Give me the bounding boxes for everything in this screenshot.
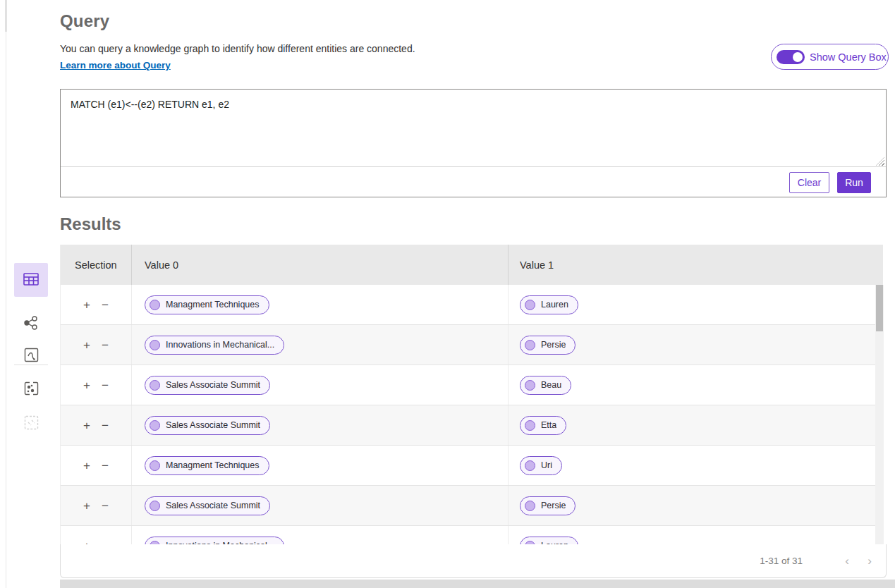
- entity-chip-label: Managment Techniques: [166, 460, 260, 470]
- show-query-box-toggle[interactable]: Show Query Box: [771, 44, 889, 70]
- results-title: Results: [60, 214, 121, 234]
- column-header-value1: Value 1: [508, 245, 883, 285]
- table-view-icon: [23, 272, 39, 288]
- entity-chip[interactable]: Persie: [520, 336, 576, 355]
- entity-node-icon: [150, 380, 160, 391]
- entity-node-icon: [525, 501, 535, 511]
- value1-cell: Lauren: [508, 526, 883, 544]
- page-background-strip: [60, 580, 895, 588]
- remove-selection-button[interactable]: −: [102, 419, 109, 431]
- table-row: + − Sales Associate Summit Etta: [61, 405, 883, 446]
- map-view-icon: [24, 381, 39, 398]
- add-selection-button[interactable]: +: [83, 379, 90, 391]
- value1-cell: Etta: [508, 405, 883, 445]
- add-selection-button[interactable]: +: [83, 419, 90, 431]
- pagination-bar: 1-31 of 31 ‹ ›: [60, 544, 887, 578]
- value1-cell: Lauren: [508, 285, 883, 324]
- sidebar-item-table-view[interactable]: [14, 263, 48, 297]
- entity-chip[interactable]: Managment Techniques: [145, 295, 269, 314]
- clear-button[interactable]: Clear: [789, 172, 829, 193]
- remove-selection-button[interactable]: −: [102, 379, 109, 391]
- selection-cell: + −: [61, 325, 131, 365]
- run-button[interactable]: Run: [837, 172, 871, 193]
- entity-chip[interactable]: Uri: [520, 456, 562, 475]
- query-input[interactable]: MATCH (e1)<--(e2) RETURN e1, e2: [61, 90, 886, 159]
- sidebar-item-grid-view-disabled[interactable]: [14, 407, 48, 441]
- entity-chip[interactable]: Lauren: [520, 537, 578, 545]
- add-selection-button[interactable]: +: [83, 500, 90, 512]
- value0-cell: Managment Techniques: [131, 285, 508, 324]
- value0-cell: Innovations in Mechanical...: [131, 325, 508, 365]
- entity-node-icon: [150, 501, 160, 511]
- entity-node-icon: [150, 460, 160, 471]
- toggle-label: Show Query Box: [810, 51, 887, 63]
- entity-chip[interactable]: Sales Associate Summit: [145, 496, 270, 515]
- sidebar-divider: [14, 365, 48, 365]
- value0-cell: Sales Associate Summit: [131, 365, 508, 405]
- table-header: Selection Value 0 Value 1: [61, 245, 883, 285]
- value0-cell: Sales Associate Summit: [131, 486, 508, 525]
- entity-chip[interactable]: Innovations in Mechanical...: [145, 537, 284, 545]
- entity-chip-label: Uri: [541, 460, 552, 470]
- left-panel-divider: [6, 0, 6, 588]
- selection-cell: + −: [61, 486, 131, 525]
- value1-cell: Beau: [508, 365, 883, 405]
- add-selection-button[interactable]: +: [83, 339, 90, 351]
- entity-chip[interactable]: Etta: [520, 416, 566, 435]
- selection-cell: + −: [61, 285, 131, 324]
- entity-chip[interactable]: Sales Associate Summit: [145, 416, 270, 435]
- table-scrollbar-thumb[interactable]: [876, 285, 883, 331]
- add-selection-button[interactable]: +: [83, 299, 90, 311]
- selection-cell: + −: [61, 405, 131, 445]
- sidebar-item-graph-view[interactable]: [14, 307, 48, 341]
- table-row: + − Innovations in Mechanical... Lauren: [61, 526, 883, 544]
- value1-cell: Uri: [508, 446, 883, 485]
- column-header-value0: Value 0: [131, 245, 508, 285]
- pagination-range-label: 1-31 of 31: [760, 556, 803, 566]
- entity-node-icon: [150, 300, 160, 310]
- table-row: + − Innovations in Mechanical... Persie: [61, 325, 883, 365]
- entity-chip-label: Innovations in Mechanical...: [166, 340, 274, 350]
- entity-node-icon: [525, 300, 535, 310]
- next-page-icon[interactable]: ›: [862, 554, 877, 568]
- entity-chip[interactable]: Persie: [520, 496, 576, 515]
- entity-node-icon: [525, 460, 535, 471]
- table-row: + − Sales Associate Summit Persie: [61, 486, 883, 526]
- entity-chip-label: Beau: [541, 380, 561, 390]
- learn-more-link[interactable]: Learn more about Query: [60, 60, 171, 71]
- entity-node-icon: [525, 380, 535, 391]
- table-row: + − Managment Techniques Lauren: [61, 285, 883, 325]
- results-table: Selection Value 0 Value 1 + − Managment …: [60, 245, 883, 544]
- query-actions: Clear Run: [61, 167, 886, 197]
- add-selection-button[interactable]: +: [83, 460, 90, 472]
- entity-node-icon: [525, 420, 535, 431]
- value0-cell: Sales Associate Summit: [131, 405, 508, 445]
- selection-cell: + −: [61, 446, 131, 485]
- page-title: Query: [60, 11, 109, 31]
- selection-cell: + −: [61, 526, 131, 544]
- sidebar-item-chart-view[interactable]: [14, 339, 48, 373]
- sidebar-item-map-view[interactable]: [14, 373, 48, 407]
- grid-view-icon: [24, 415, 39, 432]
- remove-selection-button[interactable]: −: [102, 299, 109, 311]
- entity-chip-label: Persie: [541, 340, 566, 350]
- remove-selection-button[interactable]: −: [102, 460, 109, 472]
- selection-cell: + −: [61, 365, 131, 405]
- entity-chip[interactable]: Beau: [520, 376, 571, 395]
- value1-cell: Persie: [508, 486, 883, 525]
- toggle-switch-icon[interactable]: [777, 50, 805, 64]
- entity-chip-label: Sales Associate Summit: [166, 420, 260, 430]
- remove-selection-button[interactable]: −: [102, 339, 109, 351]
- entity-chip-label: Sales Associate Summit: [166, 501, 260, 510]
- page-description: You can query a knowledge graph to ident…: [60, 43, 415, 54]
- remove-selection-button[interactable]: −: [102, 500, 109, 512]
- previous-page-icon[interactable]: ‹: [839, 554, 855, 568]
- entity-chip[interactable]: Managment Techniques: [145, 456, 269, 475]
- entity-chip[interactable]: Innovations in Mechanical...: [145, 336, 284, 355]
- entity-chip[interactable]: Lauren: [520, 295, 578, 314]
- table-scrollbar[interactable]: [875, 285, 884, 544]
- column-header-selection: Selection: [61, 245, 131, 285]
- entity-chip[interactable]: Sales Associate Summit: [145, 376, 270, 395]
- entity-chip-label: Persie: [541, 501, 566, 510]
- entity-chip-label: Etta: [541, 420, 556, 430]
